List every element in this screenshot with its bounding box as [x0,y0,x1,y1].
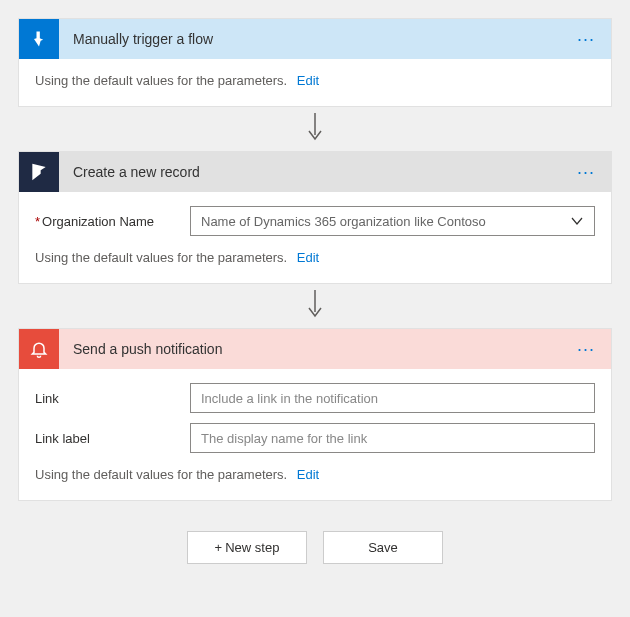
link-row: Link [35,383,595,413]
more-button[interactable]: ··· [573,339,599,360]
connector-arrow [18,284,612,328]
step-header-push-notification[interactable]: Send a push notification ··· [19,329,611,369]
organization-name-row: *Organization Name Name of Dynamics 365 … [35,206,595,236]
chevron-down-icon [570,214,584,228]
defaults-text: Using the default values for the paramet… [35,73,287,88]
step-body-trigger: Using the default values for the paramet… [19,59,611,106]
step-title: Send a push notification [59,341,573,357]
more-button[interactable]: ··· [573,162,599,183]
step-card-create-record: Create a new record ··· *Organization Na… [18,151,612,284]
step-card-push-notification: Send a push notification ··· Link Link l… [18,328,612,501]
defaults-text: Using the default values for the paramet… [35,467,287,482]
step-title: Manually trigger a flow [59,31,573,47]
link-input[interactable] [190,383,595,413]
save-button[interactable]: Save [323,531,443,564]
manual-trigger-icon [19,19,59,59]
step-body-create-record: *Organization Name Name of Dynamics 365 … [19,192,611,283]
step-card-trigger: Manually trigger a flow ··· Using the de… [18,18,612,107]
required-indicator: * [35,214,40,229]
bell-icon [19,329,59,369]
step-title: Create a new record [59,164,573,180]
edit-link[interactable]: Edit [297,250,319,265]
step-body-push-notification: Link Link label Using the default values… [19,369,611,500]
footer-actions: +New step Save [18,531,612,564]
link-label: Link [35,391,190,406]
more-button[interactable]: ··· [573,29,599,50]
connector-arrow [18,107,612,151]
step-header-create-record[interactable]: Create a new record ··· [19,152,611,192]
organization-name-select[interactable]: Name of Dynamics 365 organization like C… [190,206,595,236]
select-placeholder: Name of Dynamics 365 organization like C… [201,214,486,229]
new-step-button[interactable]: +New step [187,531,307,564]
edit-link[interactable]: Edit [297,467,319,482]
organization-name-label: *Organization Name [35,214,190,229]
defaults-text: Using the default values for the paramet… [35,250,287,265]
link-label-input[interactable] [190,423,595,453]
link-label-row: Link label [35,423,595,453]
link-label-label: Link label [35,431,190,446]
edit-link[interactable]: Edit [297,73,319,88]
plus-icon: + [215,540,223,555]
step-header-trigger[interactable]: Manually trigger a flow ··· [19,19,611,59]
dynamics-icon [19,152,59,192]
